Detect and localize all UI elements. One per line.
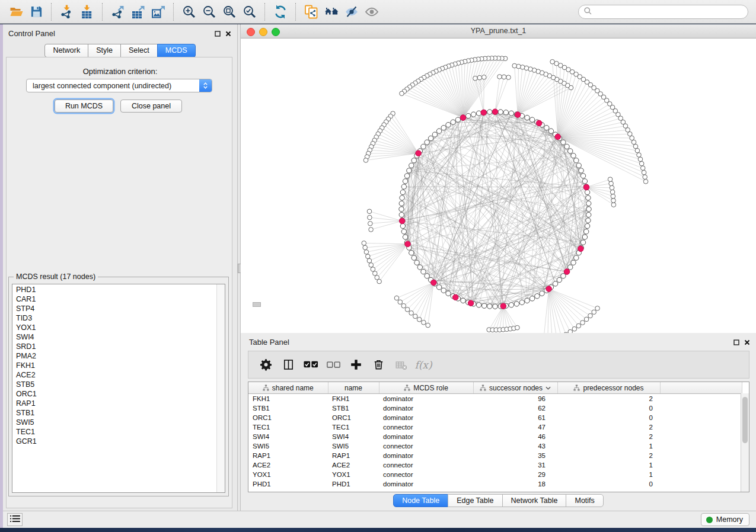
mcds-result-item[interactable]: YOX1 <box>12 323 217 332</box>
memory-button[interactable]: Memory <box>701 513 749 526</box>
network-graph[interactable] <box>241 39 756 333</box>
table-scrollbar-thumb[interactable] <box>742 397 748 443</box>
network-window-titlebar[interactable]: YPA_prune.txt_1 <box>241 24 756 39</box>
task-history-button[interactable] <box>7 513 23 526</box>
criterion-dropdown[interactable]: largest connected component (undirected) <box>26 79 212 92</box>
column-header-mcds-role[interactable]: MCDS role <box>379 382 473 394</box>
mcds-result-item[interactable]: ORC1 <box>12 389 217 399</box>
delete-column-icon[interactable] <box>367 353 390 377</box>
table-scrollbar[interactable] <box>741 393 749 492</box>
zoom-selected-icon[interactable] <box>240 2 260 21</box>
deselect-checks-icon[interactable] <box>322 353 344 377</box>
cell-mcds-role: connector <box>379 470 473 479</box>
mcds-result-item[interactable]: SWI5 <box>12 418 217 427</box>
mcds-result-item[interactable]: PHD1 <box>12 285 217 294</box>
memory-status-icon <box>706 517 713 523</box>
table-row[interactable]: ACE2ACE2connector311 <box>248 460 742 470</box>
first-neighbors-icon[interactable] <box>321 2 342 21</box>
tab-style[interactable]: Style <box>88 44 121 57</box>
add-column-icon[interactable] <box>344 353 367 377</box>
select-all-checks-icon[interactable] <box>299 353 322 377</box>
column-header-successor-nodes[interactable]: successor nodes <box>473 382 557 394</box>
table-row[interactable]: SWI5SWI5connector431 <box>248 441 742 451</box>
import-table-icon[interactable] <box>77 2 97 21</box>
cell-shared-name: SWI5 <box>248 441 328 451</box>
zoom-fit-icon[interactable] <box>219 2 240 21</box>
mcds-result-item[interactable]: STB1 <box>12 408 217 418</box>
close-panel-icon[interactable] <box>743 338 751 347</box>
save-session-icon[interactable] <box>26 2 46 21</box>
tab-select[interactable]: Select <box>120 44 158 57</box>
zoom-out-icon[interactable] <box>199 2 219 21</box>
mcds-result-item[interactable]: RAP1 <box>12 399 217 408</box>
float-window-icon[interactable] <box>732 338 741 347</box>
show-all-icon[interactable] <box>362 2 382 21</box>
import-network-icon[interactable] <box>57 2 77 21</box>
zoom-in-icon[interactable] <box>179 2 199 21</box>
mcds-list-scrollbar[interactable] <box>216 284 225 492</box>
cell-mcds-role: dominator <box>379 479 473 489</box>
delete-table-icon <box>390 353 412 377</box>
export-network-icon[interactable] <box>108 2 128 21</box>
criterion-value: largest connected component (undirected) <box>27 82 199 90</box>
mcds-result-item[interactable]: STP4 <box>12 304 217 313</box>
mcds-result-item[interactable]: TEC1 <box>12 427 217 437</box>
table-row[interactable]: YOX1YOX1connector291 <box>248 470 742 479</box>
tab-edge-table[interactable]: Edge Table <box>448 494 502 507</box>
duplicate-network-icon[interactable] <box>301 2 321 21</box>
mcds-result-item[interactable]: GCR1 <box>12 437 217 446</box>
tab-node-table[interactable]: Node Table <box>393 494 448 507</box>
gear-icon[interactable] <box>254 353 277 377</box>
tab-network[interactable]: Network <box>44 44 88 57</box>
column-header-shared-name[interactable]: shared name <box>248 382 328 394</box>
mcds-result-item[interactable]: PMA2 <box>12 351 217 361</box>
tab-motifs[interactable]: Motifs <box>566 494 603 507</box>
table-row[interactable]: STB1STB1dominator620 <box>248 403 742 413</box>
hide-selected-icon[interactable] <box>342 2 362 21</box>
mcds-result-item[interactable]: SRD1 <box>12 342 217 351</box>
column-header-name[interactable]: name <box>328 382 379 394</box>
toolbar-icon-groups <box>6 2 382 21</box>
desktop: Control Panel NetworkStyleSelectMCDS Opt… <box>0 0 756 532</box>
cell-name: STB1 <box>328 403 379 413</box>
mcds-result-item[interactable]: STB5 <box>12 380 217 389</box>
table-row[interactable]: SWI4SWI4dominator462 <box>248 432 742 441</box>
table-row[interactable]: PHD1PHD1dominator180 <box>248 479 742 489</box>
cell-successor-nodes: 29 <box>473 470 557 479</box>
column-header-predecessor-nodes[interactable]: predecessor nodes <box>557 382 660 394</box>
cell-successor-nodes: 47 <box>473 422 557 432</box>
close-panel-icon[interactable] <box>224 30 232 38</box>
tab-mcds[interactable]: MCDS <box>157 44 196 57</box>
search-input[interactable] <box>595 7 748 17</box>
cell-predecessor-nodes: 1 <box>557 460 660 470</box>
table-row[interactable]: FKH1FKH1dominator962 <box>248 394 742 404</box>
cell-shared-name: STB1 <box>248 403 328 413</box>
float-window-icon[interactable] <box>213 30 222 38</box>
run-mcds-button[interactable]: Run MCDS <box>55 100 113 113</box>
export-image-icon[interactable] <box>148 2 168 21</box>
tab-network-table[interactable]: Network Table <box>502 494 567 507</box>
table-row[interactable]: TEC1TEC1connector472 <box>248 422 742 432</box>
table-row[interactable]: ORC1ORC1dominator610 <box>248 413 742 422</box>
mcds-result-item[interactable]: CAR1 <box>12 294 217 304</box>
open-file-icon[interactable] <box>6 2 26 21</box>
export-table-icon[interactable] <box>128 2 148 21</box>
mcds-result-item[interactable]: TID3 <box>12 313 217 323</box>
table-row[interactable]: RAP1RAP1dominator352 <box>248 451 742 460</box>
table-panel: Table Panel f(x) shared namenameMCDS rol… <box>241 333 756 511</box>
node-table: shared namenameMCDS rolesuccessor nodesp… <box>248 382 749 492</box>
network-canvas[interactable] <box>241 39 756 333</box>
refresh-layout-icon[interactable] <box>270 2 291 21</box>
control-panel-tabs: NetworkStyleSelectMCDS <box>3 44 237 57</box>
mcds-result-item[interactable]: FKH1 <box>12 361 217 370</box>
horizontal-splitter-grip[interactable] <box>253 302 261 307</box>
close-panel-button[interactable]: Close panel <box>120 100 182 113</box>
mcds-result-item[interactable]: SWI4 <box>12 332 217 342</box>
cell-predecessor-nodes: 2 <box>557 394 660 404</box>
desktop-edge-bottom <box>0 528 756 532</box>
column-layout-icon[interactable] <box>277 353 299 377</box>
mcds-result-list: PHD1CAR1STP4TID3YOX1SWI4SRD1PMA2FKH1ACE2… <box>12 284 225 493</box>
mcds-result-item[interactable]: ACE2 <box>12 370 217 380</box>
cell-successor-nodes: 18 <box>473 479 557 489</box>
cell-successor-nodes: 43 <box>473 441 557 451</box>
